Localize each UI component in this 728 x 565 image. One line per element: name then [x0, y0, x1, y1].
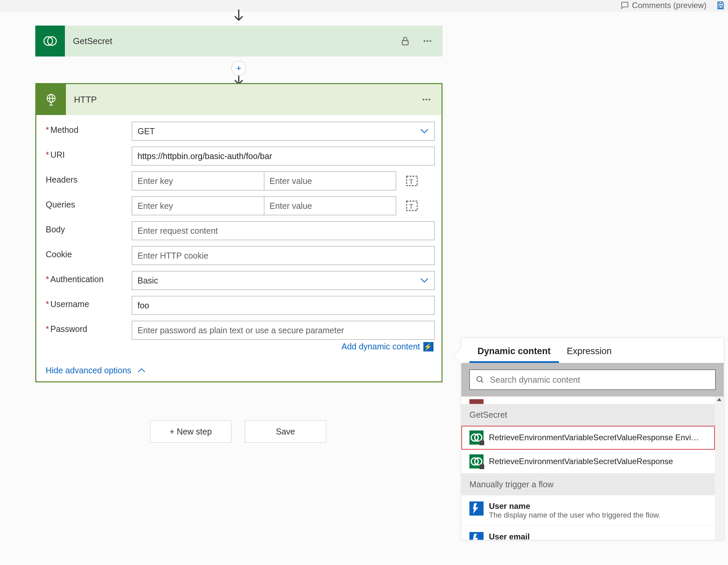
chevron-up-icon: [137, 368, 146, 374]
dc-group-getsecret: GetSecret: [461, 404, 724, 426]
headers-key-input[interactable]: Enter key: [132, 172, 264, 190]
dc-item-user-name[interactable]: User name The display name of the user w…: [461, 495, 715, 526]
dc-search-input[interactable]: [490, 375, 709, 385]
flow-button-icon: [469, 501, 484, 516]
scrollbar[interactable]: [715, 397, 724, 540]
insert-step-button[interactable]: [231, 61, 246, 76]
dc-item-subtitle: The display name of the user who trigger…: [489, 511, 660, 520]
hide-advanced-toggle[interactable]: Hide advanced options: [46, 366, 435, 375]
dc-item-title: User email: [489, 532, 530, 540]
tab-dynamic-content[interactable]: Dynamic content: [469, 341, 559, 363]
svg-point-16: [423, 99, 424, 101]
text-mode-icon: T: [405, 174, 419, 188]
dynamic-content-pill-icon: ⚡: [423, 342, 433, 351]
save-button[interactable]: Save: [245, 420, 326, 443]
svg-point-18: [428, 99, 430, 101]
headers-label: Headers: [46, 172, 132, 185]
svg-text:T: T: [409, 178, 413, 185]
action-card-http: HTTP *Method GET *URI https://httpbin.or…: [35, 83, 443, 382]
auth-label: *Authentication: [46, 271, 132, 284]
dc-list: GetSecret RetrieveEnvironmentVariableSec…: [461, 397, 724, 540]
card-title: GetSecret: [65, 36, 400, 46]
flow-button-icon: [469, 532, 484, 540]
comments-button[interactable]: Comments (preview): [620, 1, 706, 10]
chevron-down-icon: [420, 276, 429, 286]
svg-point-6: [427, 40, 428, 42]
more-icon[interactable]: [421, 95, 431, 105]
text-mode-icon: T: [405, 199, 419, 213]
dc-item-user-email[interactable]: User email: [461, 526, 715, 540]
dc-item-retrieve-env-var-1[interactable]: RetrieveEnvironmentVariableSecretValueRe…: [461, 426, 715, 450]
add-dynamic-content-link[interactable]: Add dynamic content ⚡: [132, 342, 435, 351]
svg-text:T: T: [409, 202, 413, 210]
topbar: Comments (preview): [620, 0, 725, 11]
card-header[interactable]: GetSecret: [35, 26, 443, 57]
http-icon: [36, 84, 66, 115]
username-label: *Username: [46, 296, 132, 309]
svg-point-5: [424, 40, 425, 42]
headers-value-input[interactable]: Enter value: [264, 172, 396, 190]
method-value: GET: [138, 126, 155, 136]
password-input[interactable]: Enter password as plain text or use a se…: [132, 321, 435, 340]
comment-icon: [620, 1, 629, 10]
dc-search[interactable]: [469, 370, 716, 390]
svg-rect-4: [402, 41, 408, 45]
scroll-up-arrow[interactable]: [716, 397, 722, 403]
dataverse-icon: [469, 430, 484, 445]
dc-tabs: Dynamic content Expression: [461, 338, 724, 363]
queries-value-input[interactable]: Enter value: [264, 196, 396, 215]
more-icon[interactable]: [422, 36, 432, 46]
lock-icon: [400, 36, 410, 46]
uri-input[interactable]: https://httpbin.org/basic-auth/foo/bar: [132, 147, 435, 165]
password-label: *Password: [46, 321, 132, 334]
svg-point-7: [429, 40, 431, 42]
chevron-down-icon: [420, 126, 429, 136]
plus-icon: [235, 65, 242, 72]
username-input[interactable]: foo: [132, 296, 435, 315]
svg-marker-25: [717, 398, 722, 401]
method-label: *Method: [46, 122, 132, 135]
cookie-label: Cookie: [46, 246, 132, 259]
dataverse-icon: [35, 26, 65, 57]
card-title: HTTP: [66, 95, 421, 105]
new-step-button[interactable]: + New step: [150, 420, 231, 443]
save-icon[interactable]: [716, 1, 725, 10]
queries-key-input[interactable]: Enter key: [132, 196, 264, 215]
svg-line-24: [481, 381, 483, 382]
flyout-pointer: [454, 348, 462, 364]
auth-select[interactable]: Basic: [132, 271, 435, 290]
dataverse-icon: [469, 454, 484, 468]
dc-partial-row: [461, 397, 715, 404]
flow-arrow-in: [232, 8, 245, 22]
dc-item-title: User name: [489, 501, 660, 511]
dynamic-content-panel: Dynamic content Expression GetSecret: [461, 338, 724, 540]
card-header[interactable]: HTTP: [36, 84, 442, 115]
search-icon: [476, 375, 485, 384]
cookie-input[interactable]: Enter HTTP cookie: [132, 246, 435, 265]
svg-point-17: [426, 99, 427, 101]
dc-item-retrieve-env-var-2[interactable]: RetrieveEnvironmentVariableSecretValueRe…: [461, 450, 715, 474]
queries-label: Queries: [46, 196, 132, 210]
auth-value: Basic: [138, 276, 158, 286]
bottom-buttons: + New step Save: [150, 420, 326, 443]
body-input[interactable]: Enter request content: [132, 221, 435, 240]
method-select[interactable]: GET: [132, 122, 435, 141]
tab-expression[interactable]: Expression: [559, 341, 620, 363]
card-body: *Method GET *URI https://httpbin.org/bas…: [36, 115, 442, 381]
flow-canvas: GetSecret HTTP *Method: [0, 12, 728, 565]
action-card-getsecret[interactable]: GetSecret: [35, 26, 443, 57]
dc-search-wrap: [461, 363, 724, 397]
uri-label: *URI: [46, 147, 132, 160]
svg-rect-0: [719, 6, 722, 8]
queries-switch-mode-button[interactable]: T: [405, 199, 419, 213]
dc-item-label: RetrieveEnvironmentVariableSecretValueRe…: [489, 433, 699, 442]
comments-label: Comments (preview): [632, 1, 706, 10]
headers-switch-mode-button[interactable]: T: [405, 174, 419, 188]
dc-group-manual-trigger: Manually trigger a flow: [461, 474, 724, 495]
dc-item-label: RetrieveEnvironmentVariableSecretValueRe…: [489, 457, 673, 466]
svg-point-23: [477, 376, 482, 381]
body-label: Body: [46, 221, 132, 234]
